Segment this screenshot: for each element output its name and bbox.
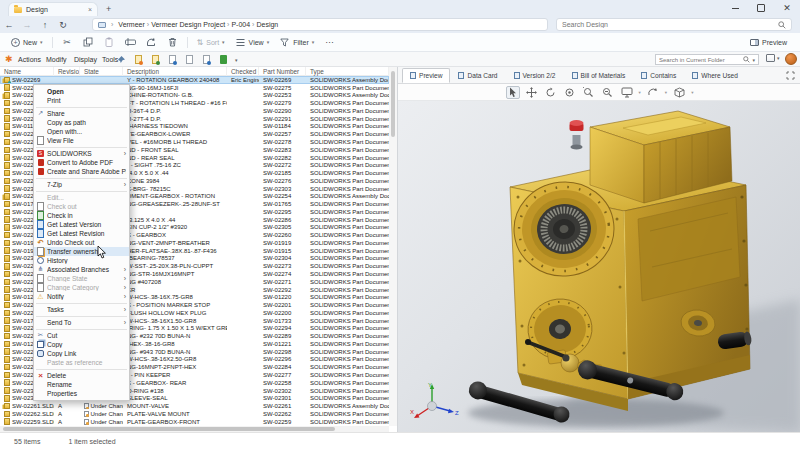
view-button[interactable]: View▾: [230, 35, 275, 50]
menu-item[interactable]: Delete: [34, 371, 129, 380]
paste-button[interactable]: [99, 35, 120, 50]
display-settings-caret[interactable]: ▾: [777, 55, 780, 61]
preview-toggle-button[interactable]: Preview: [745, 35, 792, 50]
window-tab[interactable]: Design ×: [8, 2, 98, 16]
menu-item[interactable]: Send To›: [34, 318, 129, 327]
check-in-icon[interactable]: [150, 54, 161, 65]
column-header[interactable]: Checked Out By: [227, 67, 259, 76]
column-header[interactable]: Type: [306, 67, 389, 76]
filter-button[interactable]: Filter▾: [274, 35, 319, 50]
menu-item[interactable]: Check out: [34, 202, 129, 211]
table-row[interactable]: SW-02262.SLDPRTAUnder ChangePLATE-VALVE …: [0, 410, 389, 418]
tab-contains[interactable]: Contains: [633, 68, 684, 83]
menu-item[interactable]: View File: [34, 136, 129, 145]
tab-where-used[interactable]: Where Used: [684, 68, 746, 83]
menu-item[interactable]: 7-Zip›: [34, 180, 129, 189]
rename-button[interactable]: [120, 35, 141, 50]
menu-item[interactable]: Get Latest Version: [34, 220, 129, 229]
tab-close-icon[interactable]: ×: [88, 6, 92, 13]
pan-icon[interactable]: [525, 86, 539, 99]
delete-button[interactable]: [162, 35, 183, 50]
column-header[interactable]: Description: [123, 67, 227, 76]
spin-icon[interactable]: [563, 86, 577, 99]
menu-item[interactable]: History: [34, 256, 129, 265]
pdm-menu-actions[interactable]: Actions: [18, 56, 41, 63]
zoom-out-icon[interactable]: [601, 86, 615, 99]
column-header[interactable]: Name: [0, 67, 54, 76]
back-button[interactable]: ←: [0, 20, 18, 30]
tab-bill-of-materials[interactable]: Bill of Materials: [564, 68, 634, 83]
3d-viewport[interactable]: Y X Z: [398, 101, 800, 432]
breadcrumb-item[interactable]: Design: [256, 21, 278, 28]
menu-item[interactable]: Undo Check out: [34, 238, 129, 247]
folder-search-input[interactable]: [659, 57, 741, 63]
menu-item[interactable]: Open with...: [34, 127, 129, 136]
copy-tree-icon[interactable]: [184, 54, 195, 65]
menu-item[interactable]: Copy Link: [34, 349, 129, 358]
search-box[interactable]: [556, 18, 792, 31]
menu-item[interactable]: Open: [34, 87, 129, 96]
menu-item[interactable]: Properties: [34, 389, 129, 398]
breadcrumb-item[interactable]: P-004: [231, 21, 250, 28]
add-file-icon[interactable]: [201, 54, 212, 65]
section-view-icon[interactable]: [672, 86, 686, 99]
menu-item[interactable]: Create and Share Adobe PDF: [34, 167, 129, 176]
dropdown-caret-icon[interactable]: ▾: [665, 90, 667, 95]
new-tab-button[interactable]: +: [106, 4, 111, 14]
breadcrumb-item[interactable]: Vermeer: [118, 21, 144, 28]
table-row[interactable]: SW-02269Y - ROTATION GEARBOX 240408Eric …: [0, 76, 389, 84]
expand-icon[interactable]: [786, 71, 795, 80]
pdm-menu-modify[interactable]: Modify: [46, 56, 67, 63]
menu-item[interactable]: Change State›: [34, 274, 129, 283]
column-header[interactable]: Revisio...: [54, 67, 80, 76]
toolbar-overflow-icon[interactable]: ▾: [235, 57, 238, 63]
menu-item[interactable]: Transfer ownership: [34, 247, 129, 256]
menu-item[interactable]: Get Latest Revision: [34, 229, 129, 238]
table-row[interactable]: SW-02261.SLDASMAUnder ChangeMOUNT-VALVES…: [0, 402, 389, 410]
dropdown-caret-icon[interactable]: ▾: [691, 90, 693, 95]
menu-item[interactable]: Print: [34, 96, 129, 105]
maximize-button[interactable]: [748, 0, 774, 16]
pin-icon[interactable]: [116, 54, 127, 65]
minimize-button[interactable]: [722, 0, 748, 16]
menu-item[interactable]: Tasks›: [34, 305, 129, 314]
vault-icon[interactable]: [218, 54, 229, 65]
dropdown-caret-icon[interactable]: ▾: [639, 90, 641, 95]
menu-item[interactable]: Copy: [34, 340, 129, 349]
menu-item[interactable]: Convert to Adobe PDF: [34, 158, 129, 167]
view-orientation-icon[interactable]: [646, 86, 660, 99]
menu-item[interactable]: Copy as path: [34, 118, 129, 127]
tab-data-card[interactable]: Data Card: [450, 68, 505, 83]
user-avatar[interactable]: [785, 53, 797, 65]
menu-item[interactable]: Share: [34, 109, 129, 118]
menu-item[interactable]: Rename: [34, 380, 129, 389]
cut-button[interactable]: ✂: [57, 35, 78, 50]
menu-item[interactable]: SOLIDWORKS›: [34, 149, 129, 158]
new-button[interactable]: + New▾: [6, 35, 48, 50]
menu-item[interactable]: Notify›: [34, 292, 129, 301]
folder-search-box[interactable]: ▾: [655, 54, 759, 65]
refresh-button[interactable]: ↻: [54, 20, 72, 30]
forward-button[interactable]: →: [18, 20, 36, 30]
search-input[interactable]: [562, 21, 778, 28]
tab-version-2-2[interactable]: Version 2/2: [506, 68, 564, 83]
menu-item[interactable]: Paste as reference: [34, 358, 129, 367]
display-mode-icon[interactable]: [620, 86, 634, 99]
menu-item[interactable]: Cut: [34, 331, 129, 340]
menu-item[interactable]: Associated Branches›: [34, 265, 129, 274]
table-row[interactable]: SW-02259.SLDPRTAUnder ChangePLATE-GEARBO…: [0, 418, 389, 426]
menu-item[interactable]: Edit...: [34, 193, 129, 202]
address-bar[interactable]: › Vermeer›Vermeer Design Project›P-004›D…: [92, 18, 548, 31]
get-latest-icon[interactable]: [167, 54, 178, 65]
menu-item[interactable]: Change Category›: [34, 283, 129, 292]
sort-button[interactable]: ⇅Sort▾: [192, 35, 230, 50]
breadcrumb-item[interactable]: Vermeer Design Project: [151, 21, 225, 28]
menu-item[interactable]: Check in: [34, 211, 129, 220]
tab-preview[interactable]: Preview: [402, 68, 450, 83]
pdm-menu-display[interactable]: Display: [74, 56, 97, 63]
zoom-fit-icon[interactable]: [582, 86, 596, 99]
close-button[interactable]: ✕: [774, 0, 800, 16]
column-header[interactable]: Part Number: [259, 67, 306, 76]
rotate-icon[interactable]: [544, 86, 558, 99]
select-cursor-icon[interactable]: [506, 86, 520, 99]
